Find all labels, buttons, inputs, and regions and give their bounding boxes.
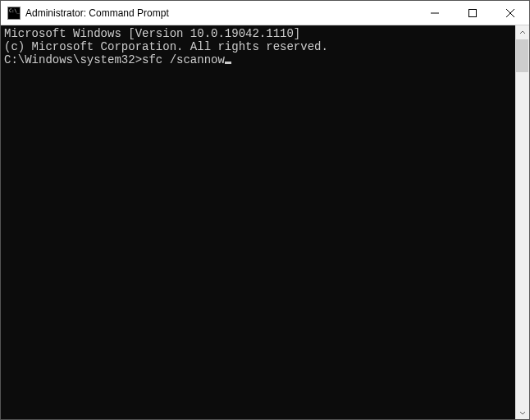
terminal-prompt-line: C:\Windows\system32>sfc /scannow [4, 53, 515, 66]
minimize-icon [431, 9, 439, 17]
chevron-down-icon [519, 409, 526, 416]
command-prompt-window: Administrator: Command Prompt Microsoft … [0, 0, 530, 420]
window-controls [416, 1, 529, 25]
client-area: Microsoft Windows [Version 10.0.19042.11… [1, 25, 529, 419]
close-button[interactable] [491, 1, 529, 25]
terminal-command: sfc /scannow [142, 53, 225, 66]
scroll-down-button[interactable] [515, 405, 529, 419]
terminal-output[interactable]: Microsoft Windows [Version 10.0.19042.11… [1, 25, 515, 419]
svg-rect-1 [469, 9, 477, 16]
vertical-scrollbar[interactable] [515, 25, 529, 419]
close-icon [506, 9, 514, 17]
minimize-button[interactable] [416, 1, 454, 25]
cmd-icon [7, 7, 21, 20]
scroll-up-button[interactable] [515, 25, 529, 39]
scroll-thumb[interactable] [516, 39, 528, 72]
maximize-button[interactable] [454, 1, 491, 25]
terminal-cursor [225, 62, 231, 64]
chevron-up-icon [519, 30, 526, 36]
maximize-icon [468, 9, 477, 17]
titlebar[interactable]: Administrator: Command Prompt [1, 1, 529, 25]
window-title: Administrator: Command Prompt [25, 7, 416, 19]
terminal-line: Microsoft Windows [Version 10.0.19042.11… [4, 27, 515, 40]
terminal-prompt: C:\Windows\system32> [4, 53, 142, 66]
terminal-line: (c) Microsoft Corporation. All rights re… [4, 40, 515, 53]
